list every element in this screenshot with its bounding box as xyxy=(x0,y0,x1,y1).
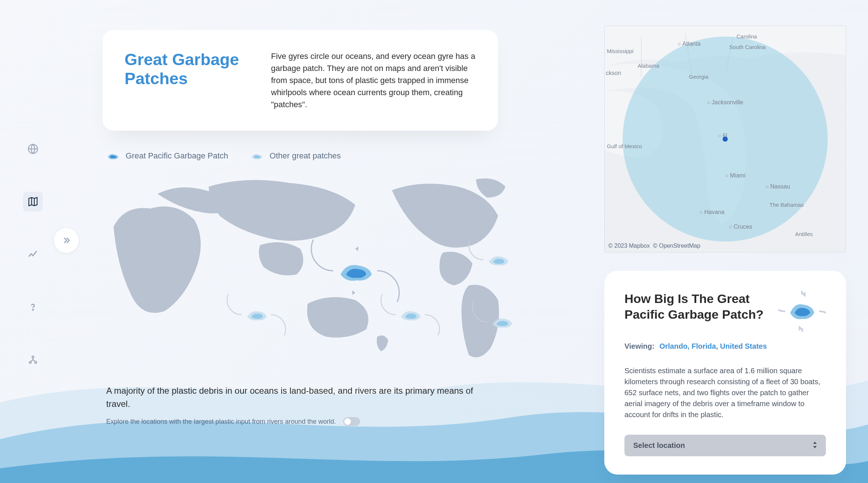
map-label: Antilles xyxy=(795,231,813,237)
map-label: Havana xyxy=(700,209,724,216)
page-title: Great Garbage Patches xyxy=(125,50,253,111)
select-location-button[interactable]: Select location xyxy=(624,435,826,456)
map-label: Carolina xyxy=(737,33,757,40)
map-label: Miami xyxy=(726,172,746,179)
map-icon xyxy=(27,196,38,207)
chevron-right-double-icon xyxy=(61,235,71,246)
svg-marker-5 xyxy=(355,247,358,251)
share-icon xyxy=(27,354,38,365)
sidebar-item-chart[interactable] xyxy=(23,244,43,264)
map-label: South Carolina xyxy=(729,44,765,50)
main-content: Great Garbage Patches Five gyres circle … xyxy=(103,30,498,426)
patch-gyre-icon xyxy=(778,291,826,335)
svg-point-2 xyxy=(29,362,31,363)
svg-point-3 xyxy=(35,362,37,363)
legend-secondary-label: Other great patches xyxy=(270,151,341,161)
map-label: Fl xyxy=(718,132,727,138)
map-label: The Bahamas xyxy=(769,202,804,208)
sidebar-item-map[interactable] xyxy=(23,192,43,211)
viewing-value: Orlando, Florida, United States xyxy=(659,342,767,350)
map-label: ckson xyxy=(606,70,621,76)
map-label: Georgia xyxy=(689,74,708,80)
chart-icon xyxy=(27,249,38,260)
legend-primary: Great Pacific Garbage Patch xyxy=(106,151,228,161)
footer-main-text: A majority of the plastic debris in our … xyxy=(106,384,498,411)
legend: Great Pacific Garbage Patch Other great … xyxy=(106,151,498,161)
viewing-row: Viewing: Orlando, Florida, United States xyxy=(624,342,826,351)
header-card: Great Garbage Patches Five gyres circle … xyxy=(103,30,498,131)
map-label: Gulf of Mexico xyxy=(607,143,642,150)
map-label: Cruces xyxy=(729,224,752,230)
expand-sidebar-button[interactable] xyxy=(53,228,79,253)
info-description: Scientists estimate a surface area of 1.… xyxy=(624,365,826,420)
legend-secondary: Other great patches xyxy=(250,151,341,161)
map-label: Jacksonville xyxy=(707,99,743,106)
map-label: Mississippi xyxy=(607,48,634,54)
footer: A majority of the plastic debris in our … xyxy=(106,384,498,426)
globe-icon xyxy=(27,143,38,154)
map-attribution: © 2023 Mapbox © OpenStreetMap xyxy=(608,243,700,249)
location-map[interactable]: Atlanta Carolina South Carolina Alabama … xyxy=(604,26,846,252)
right-panel: Atlanta Carolina South Carolina Alabama … xyxy=(604,26,846,475)
rivers-toggle[interactable] xyxy=(343,417,360,426)
map-label: Nassau xyxy=(766,183,790,190)
legend-primary-label: Great Pacific Garbage Patch xyxy=(126,151,228,161)
world-map xyxy=(92,172,513,370)
map-label: Alabama xyxy=(638,63,659,69)
page-description: Five gyres circle our oceans, and every … xyxy=(271,50,476,111)
svg-point-1 xyxy=(33,310,33,310)
viewing-label: Viewing: xyxy=(624,342,654,350)
sidebar-item-help[interactable] xyxy=(23,297,43,317)
footer-sub-text: Explore the locations with the largest p… xyxy=(106,418,336,426)
sidebar-item-globe[interactable] xyxy=(23,139,43,159)
info-title: How Big Is The Great Pacific Garbage Pat… xyxy=(624,291,778,322)
info-card: How Big Is The Great Pacific Garbage Pat… xyxy=(604,271,846,475)
svg-point-4 xyxy=(32,356,34,358)
sidebar-item-share[interactable] xyxy=(23,350,43,370)
select-location-label: Select location xyxy=(633,441,685,450)
map-label: Atlanta xyxy=(678,41,701,47)
legend-swatch-secondary xyxy=(250,151,264,161)
updown-icon xyxy=(813,442,817,449)
legend-swatch-primary xyxy=(106,151,120,161)
svg-marker-6 xyxy=(352,291,355,295)
help-icon xyxy=(27,302,38,312)
